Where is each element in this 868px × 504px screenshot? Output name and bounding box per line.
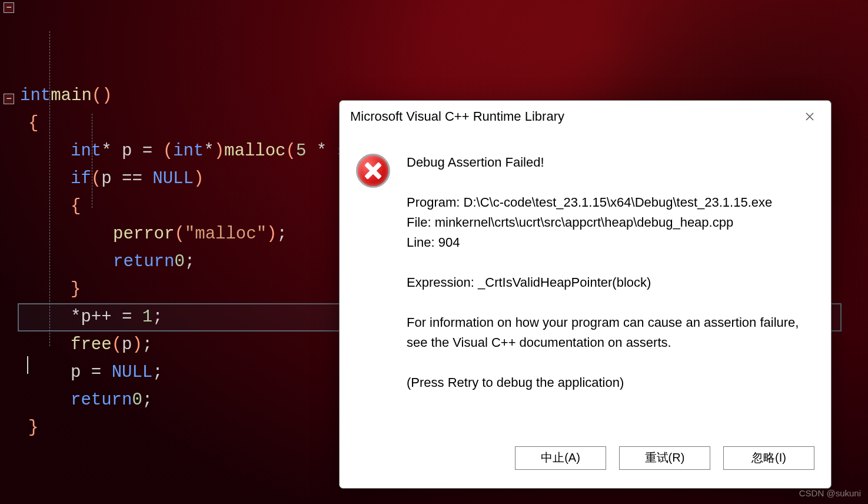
code-token: { (28, 114, 38, 133)
abort-button[interactable]: 中止(A) (515, 446, 606, 470)
code-token: ; (185, 252, 195, 271)
code-token: main (51, 86, 92, 105)
text-caret (27, 356, 28, 374)
code-token: int (173, 141, 204, 161)
dialog-heading: Debug Assertion Failed! (407, 152, 809, 173)
watermark: CSDN @sukuni (799, 488, 861, 498)
code-token: ; (152, 363, 162, 382)
code-token: { (71, 197, 81, 216)
code-token: * (71, 307, 81, 327)
code-token: return (71, 390, 132, 410)
code-token: "malloc" (185, 224, 267, 244)
code-token: ) (132, 335, 142, 354)
runtime-error-dialog: Microsoft Visual C++ Runtime Library Deb… (339, 100, 832, 489)
code-token: } (28, 418, 38, 437)
fold-toggle-main[interactable] (4, 2, 14, 13)
dialog-titlebar[interactable]: Microsoft Visual C++ Runtime Library (340, 101, 831, 132)
code-token: perror (113, 224, 174, 244)
code-token: p (101, 169, 111, 188)
code-token: free (71, 335, 112, 354)
code-token: ( (91, 169, 101, 188)
code-token: = (132, 141, 162, 161)
code-token: p (81, 307, 91, 327)
dialog-info-2: (Press Retry to debug the application) (407, 373, 809, 393)
ignore-button[interactable]: 忽略(I) (723, 446, 814, 470)
code-token: ( (174, 224, 184, 244)
dialog-title: Microsoft Visual C++ Runtime Library (350, 109, 799, 124)
code-token: * (306, 141, 337, 161)
code-token: ) (214, 141, 224, 161)
code-token: p (71, 363, 81, 382)
code-token: ( (163, 141, 173, 161)
dialog-button-row: 中止(A) 重试(R) 忽略(I) (340, 438, 831, 488)
code-token: NULL (152, 169, 194, 188)
dialog-program-line: Program: D:\C\c-code\test_23.1.15\x64\De… (407, 193, 809, 213)
code-token: } (71, 280, 81, 299)
code-token: 1 (142, 307, 152, 327)
code-token: NULL (112, 363, 153, 382)
close-icon (805, 112, 814, 121)
code-token: * (101, 141, 122, 161)
code-token: return (113, 252, 174, 271)
code-token: p (122, 141, 132, 161)
code-token: int (20, 86, 51, 105)
error-icon (356, 154, 390, 188)
code-token: int (71, 141, 101, 161)
dialog-line-line: Line: 904 (407, 233, 809, 253)
fold-toggle-if[interactable] (4, 94, 14, 104)
dialog-file-line: File: minkernel\crts\ucrt\src\appcrt\hea… (407, 213, 809, 233)
code-token: if (71, 169, 91, 188)
code-token: ; (277, 224, 287, 244)
code-token: malloc (224, 141, 285, 161)
code-token: ) (194, 169, 204, 188)
code-token: p (122, 335, 132, 354)
code-token: ; (152, 307, 162, 327)
code-token: 0 (132, 390, 142, 410)
dialog-expression-line: Expression: _CrtIsValidHeapPointer(block… (407, 273, 809, 293)
code-token: ( (112, 335, 122, 354)
code-token: 5 (296, 141, 306, 161)
code-token: () (92, 86, 112, 105)
fold-gutter (0, 0, 19, 504)
code-token: ++ = (91, 307, 142, 327)
code-token: = (81, 363, 111, 382)
code-token: ; (142, 335, 152, 354)
dialog-info-1: For information on how your program can … (407, 313, 809, 353)
code-token: ) (267, 224, 277, 244)
dialog-message: Debug Assertion Failed! Program: D:\C\c-… (407, 152, 814, 432)
code-token: ; (142, 390, 152, 410)
code-token: ( (286, 141, 296, 161)
dialog-body: Debug Assertion Failed! Program: D:\C\c-… (340, 132, 831, 438)
code-token: * (204, 141, 214, 161)
dialog-close-button[interactable] (799, 106, 820, 127)
code-token: == (112, 169, 153, 188)
code-token: 0 (174, 252, 184, 271)
retry-button[interactable]: 重试(R) (619, 446, 710, 470)
dialog-icon-column (356, 152, 407, 432)
